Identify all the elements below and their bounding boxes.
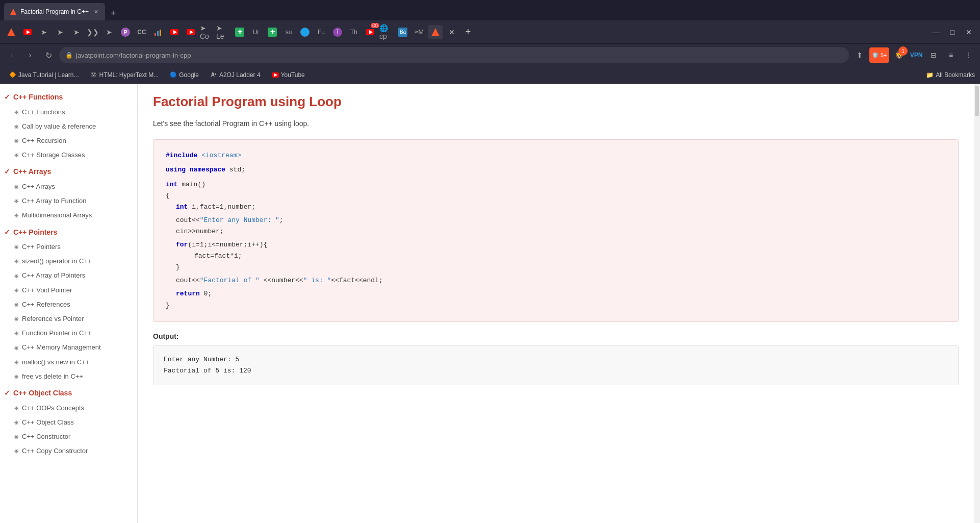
menu-button[interactable]: ⋮ xyxy=(961,47,976,63)
toolbar-arrow-6[interactable]: ➤ Co xyxy=(200,25,214,39)
toolbar-ba-icon[interactable]: Ba xyxy=(396,25,410,39)
youtube-icon-2[interactable] xyxy=(167,25,182,39)
output-block: Enter any Number: 5 Factorial of 5 is: 1… xyxy=(153,345,959,385)
sidebar-item-oops[interactable]: ◉ C++ OOPs Concepts xyxy=(0,401,137,415)
sidebar-label-arrays: C++ Arrays xyxy=(22,182,55,191)
sidebar-item-call-by-value[interactable]: ◉ Call by value & reference xyxy=(0,119,137,134)
sidebar-item-references[interactable]: ◉ C++ References xyxy=(0,297,137,312)
bookmark-button[interactable]: ⊟ xyxy=(926,47,941,63)
sidebar-item-recursion[interactable]: ◉ C++ Recursion xyxy=(0,134,137,148)
sidebar-item-copy-constructor[interactable]: ◉ C++ Copy Constructor xyxy=(0,444,137,458)
sidebar-item-object-class[interactable]: ◉ C++ Object Class xyxy=(0,415,137,430)
address-bar[interactable]: 🔒 javatpoint.com/factorial-program-in-cp… xyxy=(59,47,849,63)
new-tab-plus-icon[interactable]: + xyxy=(461,25,475,39)
toolbar-green-icon-2[interactable]: ✚ xyxy=(265,25,279,39)
sidebar-item-free-vs-delete[interactable]: ◉ free vs delete in C++ xyxy=(0,369,137,384)
toolbar-arrow-7[interactable]: ➤ Le xyxy=(216,25,230,39)
sidebar: ✓ C++ Functions ◉ C++ Functions ◉ Call b… xyxy=(0,84,138,523)
toolbar-purple-circle-icon[interactable]: T xyxy=(330,25,345,39)
toolbar-cc-icon[interactable]: CC xyxy=(135,25,149,39)
toolbar-th-label[interactable]: Th xyxy=(347,25,361,39)
sidebar-item-multidim[interactable]: ◉ Multidimensional Arrays xyxy=(0,208,137,222)
toolbar-chart-icon[interactable] xyxy=(151,25,165,39)
toolbar-arrow-5[interactable]: ➤ xyxy=(102,25,116,39)
new-tab-button[interactable]: + xyxy=(106,6,120,20)
toolbar-fu-label[interactable]: Fu xyxy=(314,25,328,39)
sidebar-item-func-pointer[interactable]: ◉ Function Pointer in C++ xyxy=(0,326,137,340)
sidebar-item-array-to-func[interactable]: ◉ C++ Array to Function xyxy=(0,194,137,208)
output-label: Output: xyxy=(153,332,959,340)
toolbar-green-icon[interactable]: ✚ xyxy=(233,25,247,39)
bookmark-label-java: Java Tutorial | Learn... xyxy=(18,71,79,79)
all-bookmarks[interactable]: 📁 All Bookmarks xyxy=(926,71,975,79)
main-area: ✓ C++ Functions ◉ C++ Functions ◉ Call b… xyxy=(0,84,980,523)
toolbar-su-label[interactable]: su xyxy=(281,25,296,39)
maximize-button[interactable]: □ xyxy=(945,25,960,39)
toolbar-arrow-4[interactable]: ❯❯ xyxy=(86,25,100,39)
toolbar-purple-icon[interactable]: P xyxy=(118,25,133,39)
code-line-1: #include <iostream> xyxy=(166,150,946,161)
minimize-button[interactable]: — xyxy=(929,25,943,39)
sidebar-item-void-pointer[interactable]: ◉ C++ Void Pointer xyxy=(0,283,137,297)
brave-menu-icon[interactable] xyxy=(4,25,18,39)
bookmark-java[interactable]: 🔶 Java Tutorial | Learn... xyxy=(5,70,83,80)
sidebar-item-sizeof[interactable]: ◉ sizeof() operator in C++ xyxy=(0,254,137,268)
sidebar-toggle-button[interactable]: ≡ xyxy=(943,47,959,63)
bullet-icon: ◉ xyxy=(14,109,19,116)
toolbar-globe-icon[interactable]: 🌐 xyxy=(298,25,312,39)
bookmark-a2oj[interactable]: A² A2OJ Ladder 4 xyxy=(206,70,265,80)
sidebar-item-arrays-category[interactable]: ✓ C++ Arrays xyxy=(0,164,137,180)
bookmark-youtube[interactable]: YouTube xyxy=(268,70,309,80)
sidebar-label-constructor: C++ Constructor xyxy=(22,432,70,441)
youtube-icon-1[interactable] xyxy=(20,25,35,39)
bookmark-google[interactable]: 🔵 Google xyxy=(166,70,203,80)
toolbar-m-icon[interactable]: ≈M xyxy=(412,25,426,39)
sidebar-item-cpp-functions-category[interactable]: ✓ C++ Functions xyxy=(0,90,137,105)
sidebar-item-pointers[interactable]: ◉ C++ Pointers xyxy=(0,240,137,254)
code-line-2: using namespace std; xyxy=(166,164,946,176)
reload-button[interactable]: ↻ xyxy=(41,47,56,63)
sidebar-label-void-pointer: C++ Void Pointer xyxy=(22,286,72,295)
sidebar-item-ref-vs-pointer[interactable]: ◉ Reference vs Pointer xyxy=(0,312,137,326)
sidebar-item-memory-mgmt[interactable]: ◉ C++ Memory Management xyxy=(0,340,137,355)
youtube-icon-3[interactable] xyxy=(184,25,198,39)
bullet-icon-3: ◉ xyxy=(14,137,19,144)
close-window-button[interactable]: ✕ xyxy=(962,25,976,39)
sidebar-item-storage[interactable]: ◉ C++ Storage Classes xyxy=(0,148,137,162)
all-bookmarks-label: All Bookmarks xyxy=(936,71,975,79)
youtube-icon-badge[interactable]: (2) xyxy=(363,25,377,39)
scrollbar-right[interactable] xyxy=(974,84,980,523)
toolbar-globe-cp-icon[interactable]: 🌐 cp xyxy=(379,25,394,39)
tab-close-button[interactable]: ✕ xyxy=(92,8,100,16)
code-line-12: return 0; xyxy=(166,288,946,300)
vpn-button[interactable]: VPN xyxy=(909,47,924,63)
sidebar-item-arrays[interactable]: ◉ C++ Arrays xyxy=(0,180,137,194)
brave-active-icon[interactable] xyxy=(428,25,443,39)
folder-icon: 📁 xyxy=(926,71,934,79)
toolbar-arrow-2[interactable]: ➤ xyxy=(53,25,67,39)
close-tab-icon[interactable]: ✕ xyxy=(445,25,459,39)
tab-favicon xyxy=(9,8,17,16)
sidebar-item-constructor[interactable]: ◉ C++ Constructor xyxy=(0,430,137,444)
bullet-icon-20: ◉ xyxy=(14,433,19,440)
forward-button[interactable]: › xyxy=(22,47,38,63)
bullet-icon-6: ◉ xyxy=(14,197,19,205)
code-block: #include <iostream> using namespace std;… xyxy=(153,139,959,321)
toolbar-arrow-1[interactable]: ➤ xyxy=(37,25,51,39)
sidebar-item-functions[interactable]: ◉ C++ Functions xyxy=(0,105,137,119)
sidebar-item-object-class-category[interactable]: ✓ C++ Object Class xyxy=(0,386,137,401)
sidebar-item-pointers-category[interactable]: ✓ C++ Pointers xyxy=(0,225,137,240)
toolbar-ur-label[interactable]: Ur xyxy=(249,25,263,39)
sidebar-label-pointers-cat: C++ Pointers xyxy=(13,228,57,238)
share-button[interactable]: ⬆ xyxy=(852,47,867,63)
brave-shield[interactable]: 🛡️ 1+ xyxy=(869,47,889,63)
bookmark-html[interactable]: Ⓜ HTML: HyperText M... xyxy=(86,70,163,80)
bullet-icon-14: ◉ xyxy=(14,330,19,337)
sidebar-item-malloc-vs-new[interactable]: ◉ malloc() vs new in C++ xyxy=(0,355,137,369)
back-button[interactable]: ‹ xyxy=(4,47,19,63)
toolbar-arrow-3[interactable]: ➤ xyxy=(69,25,84,39)
bullet-icon-15: ◉ xyxy=(14,344,19,352)
check-icon-pointers: ✓ xyxy=(4,228,10,238)
sidebar-item-array-pointers[interactable]: ◉ C++ Array of Pointers xyxy=(0,268,137,283)
active-tab[interactable]: Factorial Program in C++ ✕ xyxy=(4,3,105,20)
